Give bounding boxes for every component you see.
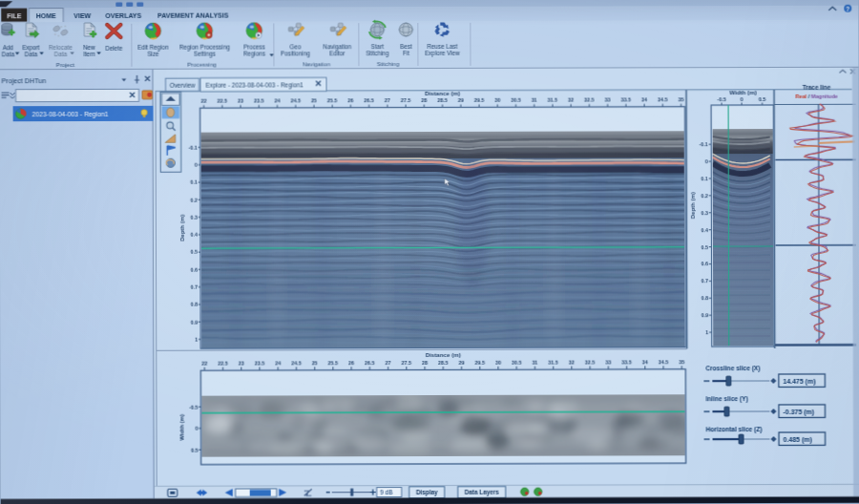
svg-text:Delete: Delete (105, 44, 123, 51)
svg-text:29.5: 29.5 (475, 359, 486, 365)
svg-text:Process: Process (243, 43, 265, 50)
svg-text:Inline slice (Y): Inline slice (Y) (705, 395, 747, 403)
svg-text:Data Layers: Data Layers (465, 489, 500, 496)
svg-text:22: 22 (201, 360, 207, 366)
svg-text:30: 30 (495, 359, 501, 365)
svg-text:25.5: 25.5 (327, 97, 338, 103)
svg-text:33: 33 (605, 96, 611, 102)
svg-text:32: 32 (568, 97, 574, 103)
svg-text:Depth (m): Depth (m) (179, 215, 185, 242)
svg-text:-0.5: -0.5 (717, 96, 725, 102)
svg-text:27.5: 27.5 (402, 360, 412, 366)
svg-text:0.6: 0.6 (702, 262, 709, 267)
svg-text:2023-08-04-003 - Region1: 2023-08-04-003 - Region1 (32, 111, 109, 118)
svg-text:29: 29 (459, 359, 465, 365)
svg-text:Data: Data (2, 51, 15, 57)
svg-text:23.5: 23.5 (254, 97, 264, 103)
svg-text:Horizontal slice (Z): Horizontal slice (Z) (706, 426, 763, 433)
svg-text:31.5: 31.5 (548, 359, 558, 365)
svg-text:22: 22 (201, 98, 207, 104)
svg-text:Geo: Geo (289, 43, 301, 50)
svg-text:Best: Best (400, 43, 412, 50)
svg-text:0: 0 (741, 96, 744, 102)
svg-text:0.5: 0.5 (191, 447, 199, 452)
svg-text:25.5: 25.5 (328, 360, 339, 366)
svg-text:0: 0 (705, 158, 708, 164)
svg-text:29.5: 29.5 (474, 97, 485, 103)
svg-text:Navigation: Navigation (303, 60, 331, 67)
svg-text:0.3: 0.3 (190, 215, 198, 220)
svg-text:0: 0 (195, 162, 198, 168)
svg-text:26.5: 26.5 (364, 97, 374, 103)
svg-text:Overview: Overview (170, 81, 196, 88)
svg-text:0.5: 0.5 (701, 244, 708, 250)
svg-text:Depth (m): Depth (m) (690, 192, 696, 219)
svg-text:0.5: 0.5 (190, 249, 198, 255)
svg-text:Item: Item (83, 51, 94, 57)
svg-text:HOME: HOME (36, 12, 56, 19)
svg-text:Add: Add (3, 44, 14, 51)
svg-text:Width (m): Width (m) (178, 414, 184, 441)
svg-text:FILE: FILE (7, 12, 22, 19)
svg-text:Crossline slice (X): Crossline slice (X) (705, 365, 760, 372)
svg-text:Positioning: Positioning (281, 50, 310, 57)
svg-text:Data: Data (25, 51, 38, 57)
svg-text:27.5: 27.5 (401, 97, 411, 103)
svg-text:-0.1: -0.1 (699, 141, 707, 147)
svg-text:Real / Magnitude: Real / Magnitude (795, 93, 837, 98)
svg-text:Project: Project (56, 61, 75, 68)
svg-text:Distance (m): Distance (m) (426, 351, 461, 358)
svg-text:23: 23 (239, 360, 244, 366)
svg-text:Relocate: Relocate (49, 44, 73, 51)
svg-text:Processing: Processing (187, 60, 217, 67)
svg-text:Width (m): Width (m) (729, 89, 756, 95)
svg-text:Explore - 2023-08-04-003 - Reg: Explore - 2023-08-04-003 - Region1 (205, 81, 304, 89)
svg-text:New: New (83, 43, 95, 50)
svg-text:0.6: 0.6 (191, 266, 199, 272)
svg-text:0.7: 0.7 (702, 278, 709, 284)
svg-text:Editor: Editor (329, 50, 345, 56)
svg-text:33: 33 (605, 359, 611, 365)
svg-text:0.1: 0.1 (190, 179, 198, 185)
svg-text:14.475 (m): 14.475 (m) (783, 378, 815, 386)
svg-text:0.4: 0.4 (701, 227, 708, 233)
svg-text:32.5: 32.5 (584, 97, 595, 103)
svg-text:0.8: 0.8 (702, 295, 709, 301)
svg-text:0.9: 0.9 (191, 319, 199, 325)
svg-text:26: 26 (348, 360, 354, 366)
svg-text:30.5: 30.5 (512, 359, 522, 365)
svg-text:Display: Display (416, 489, 438, 496)
svg-text:32: 32 (569, 359, 575, 365)
svg-text:28: 28 (422, 360, 428, 366)
svg-text:30: 30 (494, 97, 500, 103)
svg-text:22.5: 22.5 (218, 360, 228, 366)
svg-text:Fit: Fit (403, 50, 409, 56)
svg-text:0.9: 0.9 (702, 312, 709, 318)
svg-text:24: 24 (275, 360, 281, 366)
svg-text:0.8: 0.8 (191, 302, 199, 307)
svg-text:?: ? (846, 6, 849, 12)
svg-text:34.5: 34.5 (659, 359, 669, 365)
svg-text:0.2: 0.2 (701, 193, 708, 199)
svg-text:30.5: 30.5 (511, 97, 521, 103)
svg-text:28.5: 28.5 (438, 359, 449, 365)
svg-text:33.5: 33.5 (621, 359, 632, 365)
svg-text:31: 31 (532, 359, 537, 365)
svg-text:0.1: 0.1 (701, 176, 708, 181)
svg-text:24.5: 24.5 (291, 360, 302, 366)
svg-text:28: 28 (421, 97, 427, 103)
svg-text:Reuse Last: Reuse Last (427, 42, 457, 49)
svg-text:25: 25 (311, 97, 317, 103)
svg-text:24: 24 (274, 97, 280, 103)
svg-text:27: 27 (385, 97, 390, 103)
svg-text:26: 26 (347, 97, 353, 103)
svg-text:-0.5: -0.5 (189, 404, 198, 410)
svg-text:Project DHTun: Project DHTun (1, 76, 46, 85)
svg-text:Stitching: Stitching (377, 60, 400, 67)
svg-text:34: 34 (641, 96, 647, 102)
svg-text:Explore View: Explore View (425, 50, 460, 57)
svg-text:Data: Data (54, 51, 68, 57)
svg-text:28.5: 28.5 (437, 97, 448, 103)
svg-text:1: 1 (705, 329, 708, 335)
svg-text:22.5: 22.5 (218, 98, 228, 104)
